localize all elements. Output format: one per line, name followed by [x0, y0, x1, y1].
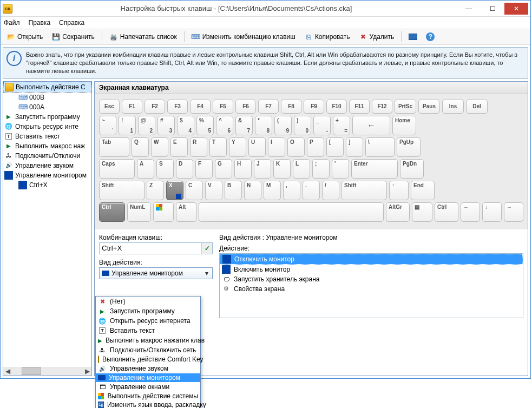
menu-file[interactable]: Файл [4, 19, 20, 27]
key-r[interactable]: R [190, 137, 207, 157]
key-y[interactable]: Y [229, 137, 246, 157]
osk-button[interactable] [405, 32, 421, 42]
help-button[interactable] [422, 31, 438, 43]
combo-input[interactable] [99, 242, 213, 254]
key-/[interactable]: / [322, 181, 339, 200]
dropdown-item[interactable]: Управление монитором [96, 373, 200, 382]
open-button[interactable]: Открыть [3, 31, 47, 43]
key-o[interactable]: O [287, 137, 305, 157]
key-f12[interactable]: F12 [372, 100, 392, 114]
dropdown-item[interactable]: Подключить/Отключить сеть [96, 345, 200, 355]
print-button[interactable]: Напечатать список [106, 31, 181, 43]
key-e[interactable]: E [170, 137, 188, 157]
key-←[interactable]: ← [352, 116, 390, 135]
key-[[interactable]: [ [326, 137, 344, 157]
tree-item[interactable]: Запустить программу [3, 112, 91, 122]
key-f1[interactable]: F1 [122, 100, 142, 114]
key-home[interactable]: Home [392, 116, 416, 135]
copy-button[interactable]: Копировать [300, 31, 354, 43]
key-altgr[interactable]: AltGr [386, 202, 410, 222]
key-k[interactable]: K [273, 159, 291, 179]
key-↓[interactable]: ↓ [482, 202, 502, 222]
tree-item[interactable]: Выполнить макрос наж [3, 141, 91, 151]
key-a[interactable]: A [137, 159, 154, 179]
minimize-button[interactable]: — [457, 3, 481, 15]
key-numl[interactable]: NumL [127, 202, 151, 222]
key-s[interactable]: S [156, 159, 174, 179]
key-f11[interactable]: F11 [349, 100, 370, 114]
dropdown-item[interactable]: Запустить программу [96, 306, 200, 316]
key-ctrl[interactable]: Ctrl [99, 202, 125, 222]
tree-item[interactable]: Подключить/Отключи [3, 151, 91, 161]
key-end[interactable]: End [411, 181, 435, 200]
key-g[interactable]: G [215, 159, 232, 179]
tree-item[interactable]: Выполнить действие C [3, 82, 91, 93]
key-f5[interactable]: F5 [213, 100, 233, 114]
key-j[interactable]: J [254, 159, 271, 179]
key-→[interactable]: → [504, 202, 523, 222]
key--[interactable]: _- [313, 116, 331, 135]
key-pgup[interactable]: PgUp [397, 137, 421, 157]
key-,[interactable]: , [283, 181, 300, 200]
key-prtsc[interactable]: PrtSc [395, 100, 416, 114]
key-shift[interactable]: Shift [341, 181, 387, 200]
tree-item[interactable]: Вставить текст [3, 131, 91, 141]
key-alt[interactable]: Alt [176, 202, 196, 222]
key-f2[interactable]: F2 [145, 100, 165, 114]
key-c[interactable]: C [186, 181, 203, 200]
key-q[interactable]: Q [132, 137, 149, 157]
dropdown-item[interactable]: Управление окнами [96, 382, 200, 392]
change-combo-button[interactable]: Изменить комбинацию клавиш [188, 31, 299, 43]
key-m[interactable]: M [264, 181, 281, 200]
key-l[interactable]: L [293, 159, 310, 179]
key-del[interactable]: Del [466, 100, 488, 114]
key-8[interactable]: *8 [255, 116, 272, 135]
key-f9[interactable]: F9 [304, 100, 324, 114]
key-f10[interactable]: F10 [326, 100, 347, 114]
dropdown-item[interactable]: Выполнить действие Comfort Key [96, 355, 200, 364]
key-h[interactable]: H [234, 159, 252, 179]
key-'[interactable]: ' [332, 159, 349, 179]
key-9[interactable]: (9 [274, 116, 292, 135]
tree-sidebar[interactable]: Выполнить действие C000B000AЗапустить пр… [3, 81, 92, 376]
dropdown-item[interactable]: Выполнить действие системы [96, 392, 200, 400]
key-f4[interactable]: F4 [190, 100, 211, 114]
key-esc[interactable]: Esc [99, 100, 120, 114]
action-item[interactable]: Включить монитор [220, 265, 523, 274]
dropdown-item[interactable]: Управление звуком [96, 364, 200, 373]
key-p[interactable]: P [307, 137, 324, 157]
dropdown-item[interactable]: Выполнить макрос нажатия клав [96, 335, 200, 345]
key-2[interactable]: @2 [138, 116, 155, 135]
tree-item[interactable]: Ctrl+X [3, 180, 91, 190]
key-tab[interactable]: Tab [99, 137, 129, 157]
key-space[interactable] [153, 202, 174, 222]
key-t[interactable]: T [209, 137, 227, 157]
close-button[interactable]: ✕ [504, 3, 528, 15]
key-4[interactable]: $4 [177, 116, 194, 135]
key-pgdn[interactable]: PgDn [400, 159, 424, 179]
key-paus[interactable]: Paus [418, 100, 440, 114]
key-i[interactable]: I [268, 137, 285, 157]
dropdown-item[interactable]: Открыть ресурс интернета [96, 316, 200, 326]
combo-record-button[interactable] [201, 243, 212, 254]
key-6[interactable]: ^6 [216, 116, 233, 135]
dropdown-item[interactable]: Вставить текст [96, 326, 200, 335]
key-caps[interactable]: Caps [99, 159, 135, 179]
key-↑[interactable]: ↑ [389, 181, 409, 200]
key-;[interactable]: ; [312, 159, 330, 179]
key-0[interactable]: )0 [294, 116, 311, 135]
key-d[interactable]: D [176, 159, 193, 179]
action-list[interactable]: Отключить мониторВключить мониторЗапусти… [219, 253, 523, 318]
menu-edit[interactable]: Правка [29, 19, 51, 27]
tree-item[interactable]: 000A [3, 102, 91, 112]
key-ctrl[interactable]: Ctrl [435, 202, 458, 222]
tree-item[interactable]: 000B [3, 93, 91, 102]
key-f3[interactable]: F3 [167, 100, 188, 114]
action-item[interactable]: Запустить хранитель экрана [220, 274, 523, 284]
key-←[interactable]: ← [461, 202, 480, 222]
dropdown-item[interactable]: LgИзменить язык ввода, раскладку [96, 400, 200, 408]
key-x[interactable]: X [166, 181, 183, 200]
key-z[interactable]: Z [147, 181, 164, 200]
key-enter[interactable]: Enter [351, 159, 398, 179]
key-\[interactable]: \ [365, 137, 395, 157]
